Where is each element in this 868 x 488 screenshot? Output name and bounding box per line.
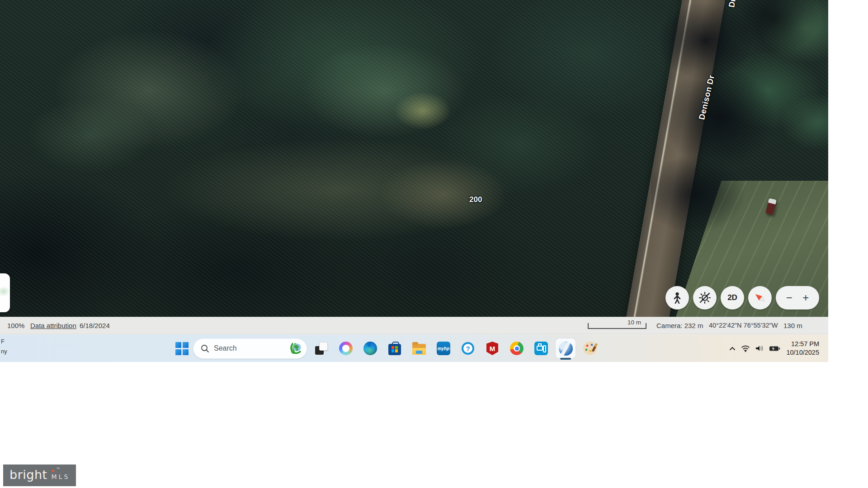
google-earth-icon	[559, 342, 573, 356]
watermark-brand-text: bright	[9, 468, 47, 482]
tray-time: 12:57 PM	[786, 340, 819, 348]
elevation: 130 m	[783, 322, 802, 329]
sun-lighting-button[interactable]	[693, 286, 717, 310]
edge-icon	[363, 342, 377, 355]
chrome-icon	[510, 342, 524, 355]
app-window: Denison Dr Dr 200	[0, 0, 828, 362]
search-placeholder: Search	[214, 344, 284, 352]
star-icon: ✦	[50, 467, 56, 474]
scale-bar: 10 m	[588, 323, 646, 329]
taskbar-app-task-view[interactable]	[311, 338, 331, 358]
data-attribution-link[interactable]: Data attribution	[30, 322, 76, 329]
system-tray: 12:57 PM 10/10/2025	[729, 335, 819, 362]
hp-smart-icon	[534, 342, 548, 355]
imagery-date: 6/18/2024	[80, 322, 110, 329]
file-explorer-icon	[412, 344, 426, 355]
zoom-in-button[interactable]: +	[802, 291, 809, 304]
zoom-control: − +	[776, 286, 819, 310]
taskbar-clock[interactable]: 12:57 PM 10/10/2025	[786, 340, 819, 357]
taskbar-app-chrome[interactable]	[507, 338, 527, 358]
help-icon: ?	[462, 342, 474, 355]
pegman-button[interactable]	[665, 286, 689, 310]
camera-altitude: Camera: 232 m	[656, 322, 703, 329]
paint-icon	[583, 342, 597, 355]
earth-status-bar: 100% Data attribution 6/18/2024 10 m Cam…	[0, 317, 828, 334]
2d-mode-button[interactable]: 2D	[721, 286, 744, 310]
windows-taskbar: F ny Search	[0, 334, 828, 362]
myhp-icon: myhp	[437, 342, 450, 355]
coordinates: 40°22'42"N 76°55'32"W	[709, 322, 778, 329]
wifi-icon[interactable]	[741, 345, 750, 352]
task-view-icon	[315, 342, 328, 355]
taskbar-app-hp-smart[interactable]	[531, 338, 551, 358]
map-controls: 2D − +	[665, 286, 819, 310]
tray-date: 10/10/2025	[786, 348, 819, 357]
taskbar-app-paint[interactable]	[580, 338, 600, 358]
pegman-icon	[672, 292, 682, 304]
copilot-icon	[339, 342, 353, 355]
desktop-partial-text-2: ny	[1, 348, 7, 355]
tray-icons	[729, 345, 780, 352]
satellite-map-viewport[interactable]: Denison Dr Dr 200	[0, 0, 828, 317]
desktop-partial-text-1: F	[1, 338, 5, 345]
taskbar-app-get-help[interactable]: ?	[458, 338, 478, 358]
search-input[interactable]: Search	[193, 338, 307, 359]
edge-photo-card[interactable]	[0, 273, 10, 312]
parcel-label-200: 200	[469, 195, 482, 204]
chevron-up-icon[interactable]	[729, 346, 736, 351]
taskbar-center: Search	[175, 335, 600, 362]
scale-label: 10 m	[627, 319, 641, 326]
2d-label: 2D	[727, 293, 737, 302]
mcafee-icon: M	[486, 342, 498, 355]
compass-icon	[753, 291, 767, 305]
search-icon	[201, 344, 209, 353]
compass-button[interactable]	[748, 286, 772, 310]
taskbar-app-file-explorer[interactable]	[409, 338, 429, 358]
volume-icon[interactable]	[755, 345, 764, 352]
taskbar-app-mcafee[interactable]: M	[482, 338, 502, 358]
battery-charging-icon[interactable]	[769, 345, 780, 352]
start-button[interactable]	[175, 342, 189, 355]
taskbar-app-myhp[interactable]: myhp	[434, 338, 453, 358]
trademark-symbol: ™	[56, 467, 60, 471]
taskbar-app-copilot[interactable]	[336, 338, 356, 358]
taskbar-app-microsoft-store[interactable]	[385, 338, 405, 358]
tree-shadows	[651, 0, 828, 244]
bing-daily-ribbon-earth-icon	[288, 342, 302, 355]
bright-mls-watermark: bright ✦ ™ MLS	[3, 465, 76, 486]
zoom-out-button[interactable]: −	[786, 291, 793, 304]
zoom-percent: 100%	[7, 322, 24, 329]
sun-slash-icon	[698, 291, 711, 304]
taskbar-app-google-earth[interactable]	[556, 338, 576, 358]
taskbar-app-edge[interactable]	[360, 338, 380, 358]
microsoft-store-icon	[388, 344, 401, 355]
